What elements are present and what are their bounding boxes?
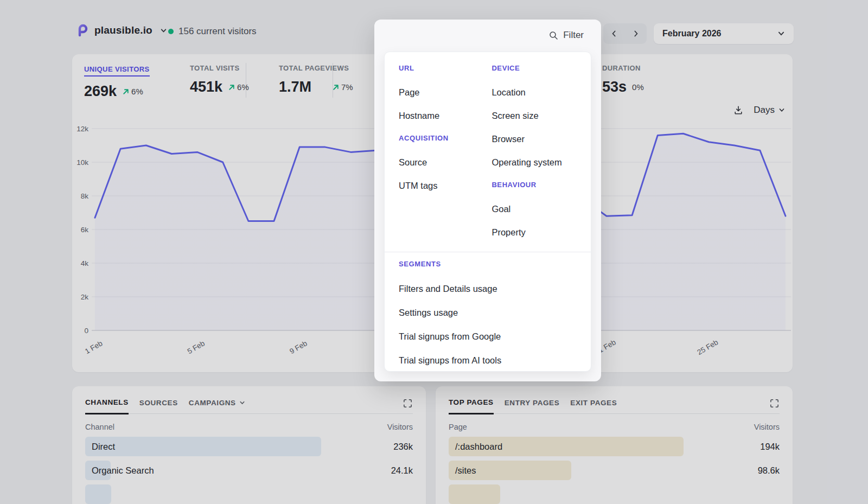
filter-item-filters-and-details-usage[interactable]: Filters and Details usage [399, 284, 577, 308]
filter-item-property[interactable]: Property [492, 227, 577, 251]
divider [385, 252, 591, 252]
filter-item-hostname[interactable]: Hostname [399, 111, 492, 134]
filter-item-source[interactable]: Source [399, 157, 492, 181]
search-icon [549, 31, 558, 40]
filter-category-device: DEVICE [492, 64, 577, 87]
filter-popup: Filter URLPageHostnameACQUISITIONSourceU… [374, 20, 601, 381]
plausible-dashboard: plausible.io 156 current visitors Februa… [0, 0, 868, 504]
filter-item-screen-size[interactable]: Screen size [492, 111, 577, 134]
filter-item-settings-usage[interactable]: Settings usage [399, 308, 577, 331]
filter-category-acquisition: ACQUISITION [399, 134, 492, 157]
filter-item-trial-signups-from-google[interactable]: Trial signups from Google [399, 331, 577, 355]
filter-category-segments: SEGMENTS [399, 260, 577, 284]
filter-search[interactable]: Filter [374, 20, 601, 51]
filter-search-label: Filter [563, 30, 584, 41]
filter-category-behaviour: BEHAVIOUR [492, 181, 577, 204]
filter-category-url: URL [399, 64, 492, 87]
filter-item-utm-tags[interactable]: UTM tags [399, 181, 492, 204]
filter-menu: URLPageHostnameACQUISITIONSourceUTM tags… [384, 52, 591, 372]
filter-item-operating-system[interactable]: Operating system [492, 157, 577, 181]
filter-item-page[interactable]: Page [399, 87, 492, 111]
filter-item-trial-signups-from-ai-tools[interactable]: Trial signups from AI tools [399, 355, 577, 372]
filter-item-goal[interactable]: Goal [492, 204, 577, 227]
filter-item-location[interactable]: Location [492, 87, 577, 111]
filter-item-browser[interactable]: Browser [492, 134, 577, 157]
